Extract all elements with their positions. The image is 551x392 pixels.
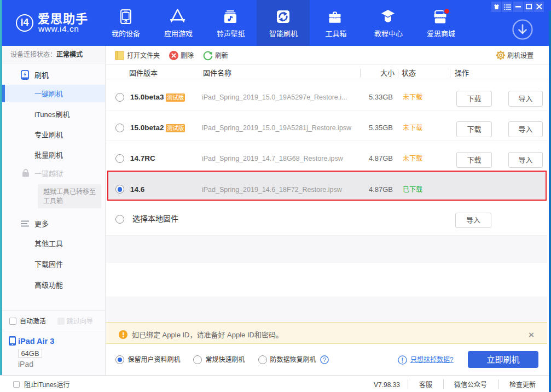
svg-text:?: ? [323, 356, 326, 363]
